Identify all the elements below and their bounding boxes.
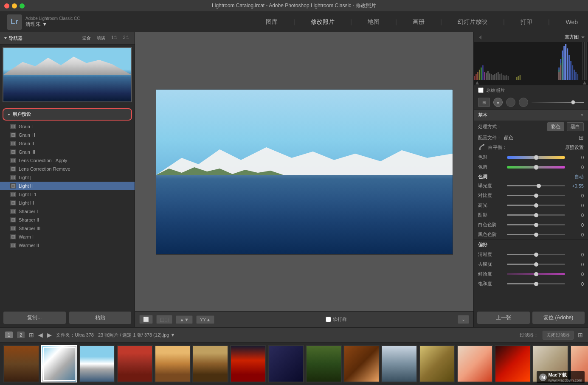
highlight-clipping-icon[interactable]	[583, 81, 586, 84]
temp-slider-thumb[interactable]	[534, 155, 539, 160]
eyedropper-icon[interactable]	[478, 143, 486, 151]
redeye-tool[interactable]	[506, 98, 515, 107]
whites-thumb[interactable]	[534, 223, 538, 227]
blacks-thumb[interactable]	[534, 233, 538, 237]
reset-btn[interactable]: 复位 (Adobe)	[532, 312, 585, 324]
auto-btn[interactable]: 自动	[574, 174, 584, 180]
preset-warm-i[interactable]: Warm I	[0, 233, 135, 241]
bw-mode-btn[interactable]: 黑白	[567, 122, 584, 131]
preset-grain-iii[interactable]: Grain III	[0, 148, 135, 156]
shadow-clipping-icon[interactable]	[475, 81, 479, 84]
nav-map[interactable]: 地图	[364, 17, 383, 28]
window-controls[interactable]	[4, 3, 25, 8]
expand-btn[interactable]: ⌄	[458, 315, 469, 324]
preset-light-iii[interactable]: Light III	[0, 199, 135, 207]
preset-grain-i-i[interactable]: Grain I I	[0, 131, 135, 139]
filter-off-btn[interactable]: 关闭过滤器	[543, 331, 574, 340]
exposure-slider[interactable]	[507, 185, 565, 186]
presets-group-header[interactable]: 用户预设	[3, 108, 132, 121]
zoom-slider-thumb[interactable]	[571, 100, 575, 104]
color-mode-btn[interactable]: 彩色	[547, 122, 564, 131]
clarity-thumb[interactable]	[534, 253, 538, 257]
clarity-slider[interactable]	[507, 254, 565, 255]
tool-4[interactable]: YY▲	[196, 315, 215, 324]
soft-proof-check[interactable]	[326, 317, 331, 322]
next-arrow[interactable]: ▶	[47, 332, 52, 338]
nav-develop[interactable]: 修改照片	[307, 17, 338, 28]
crop-tool-btn[interactable]: ⊞	[478, 98, 490, 107]
vibrance-thumb[interactable]	[534, 272, 538, 276]
navigator-title[interactable]: 导航器	[4, 35, 23, 42]
wb-value[interactable]: 原照设置	[565, 144, 584, 151]
tint-slider-thumb[interactable]	[534, 165, 539, 170]
page-2[interactable]: 2	[17, 332, 25, 338]
tool-2[interactable]: ⬚⬚	[156, 315, 172, 324]
filmstrip-thumb-4[interactable]	[117, 345, 153, 382]
filmstrip-thumb-3[interactable]	[79, 345, 115, 382]
saturation-thumb[interactable]	[534, 282, 538, 286]
nav-library[interactable]: 图库	[262, 17, 281, 28]
prev-photo-btn[interactable]: 上一张	[477, 312, 530, 324]
contrast-slider[interactable]	[507, 195, 565, 196]
shadows-slider[interactable]	[507, 214, 565, 216]
filmstrip-thumb-7[interactable]	[230, 345, 266, 382]
filmstrip-thumb-8[interactable]	[268, 345, 304, 382]
preset-sharper-iii[interactable]: Sharper III	[0, 224, 135, 233]
preset-warmer-ii[interactable]: Warmer II	[0, 241, 135, 250]
page-1[interactable]: 1	[5, 332, 13, 338]
preset-grain-i[interactable]: Grain I	[0, 122, 135, 131]
preset-sharper-i[interactable]: Sharper I	[0, 207, 135, 216]
filmstrip-thumb-9[interactable]	[306, 345, 342, 382]
nav-slideshow[interactable]: 幻灯片放映	[454, 17, 491, 28]
filmstrip-thumb-11[interactable]	[381, 345, 417, 382]
preset-lens-correction-remove[interactable]: Lens Correction Remove	[0, 165, 135, 173]
blacks-slider[interactable]	[507, 234, 565, 235]
nav-3-1[interactable]: 3:1	[122, 35, 130, 42]
section-basic-header[interactable]: 基本 ▼	[474, 110, 588, 121]
profile-grid-icon[interactable]: ⊞	[579, 134, 584, 141]
soft-proof-checkbox[interactable]: 软打样	[326, 316, 347, 323]
nav-book[interactable]: 画册	[409, 17, 428, 28]
saturation-slider[interactable]	[507, 283, 565, 284]
nav-1-1[interactable]: 1:1	[110, 35, 118, 42]
highlights-thumb[interactable]	[534, 203, 538, 208]
highlights-slider[interactable]	[507, 205, 565, 206]
shadows-thumb[interactable]	[534, 213, 538, 217]
preset-grain-ii[interactable]: Grain II	[0, 139, 135, 148]
crop-tool[interactable]: ⬜	[139, 315, 153, 324]
filmstrip-thumb-13[interactable]	[457, 345, 493, 382]
preset-sharper-ii[interactable]: Sharper II	[0, 216, 135, 224]
maximize-button[interactable]	[20, 3, 25, 8]
preset-lens-correction-apply[interactable]: Lens Correction - Apply	[0, 156, 135, 165]
preset-light-ii[interactable]: Light II	[0, 182, 135, 190]
dehaze-slider[interactable]	[507, 264, 565, 265]
tool-3[interactable]: ▲▼	[176, 315, 193, 324]
nav-fill[interactable]: 填满	[96, 35, 107, 42]
nav-fit[interactable]: 适合	[81, 35, 92, 42]
temp-slider[interactable]	[507, 156, 565, 159]
filmstrip-thumb-14[interactable]	[495, 345, 531, 382]
filmstrip-thumb-1[interactable]	[3, 345, 39, 382]
filmstrip-thumb-2[interactable]	[41, 345, 77, 382]
whites-slider[interactable]	[507, 224, 565, 225]
user-name[interactable]: 清理朱 ▼	[25, 21, 80, 28]
close-button[interactable]	[4, 3, 9, 8]
filmstrip-thumb-6[interactable]	[192, 345, 228, 382]
preview-image[interactable]	[3, 47, 132, 102]
tint-slider[interactable]	[507, 166, 565, 169]
prev-arrow[interactable]: ◀	[38, 332, 43, 338]
exposure-thumb[interactable]	[537, 184, 541, 188]
preset-light-ii-1[interactable]: Light II 1	[0, 190, 135, 199]
copy-button[interactable]: 复制...	[3, 312, 66, 324]
preset-light-i[interactable]: Light |	[0, 173, 135, 182]
filmstrip-thumb-12[interactable]	[419, 345, 455, 382]
paste-button[interactable]: 粘贴	[69, 312, 132, 324]
grid-icon[interactable]: ⊞	[29, 332, 34, 338]
original-photo-checkbox[interactable]	[478, 87, 484, 93]
nav-print[interactable]: 打印	[517, 17, 536, 28]
profile-value[interactable]: 颜色	[504, 135, 513, 141]
histogram-dropdown[interactable]	[581, 37, 585, 38]
graduated-filter-tool[interactable]	[519, 98, 528, 107]
zoom-slider[interactable]	[532, 102, 584, 103]
filmstrip-thumb-10[interactable]	[343, 345, 380, 382]
